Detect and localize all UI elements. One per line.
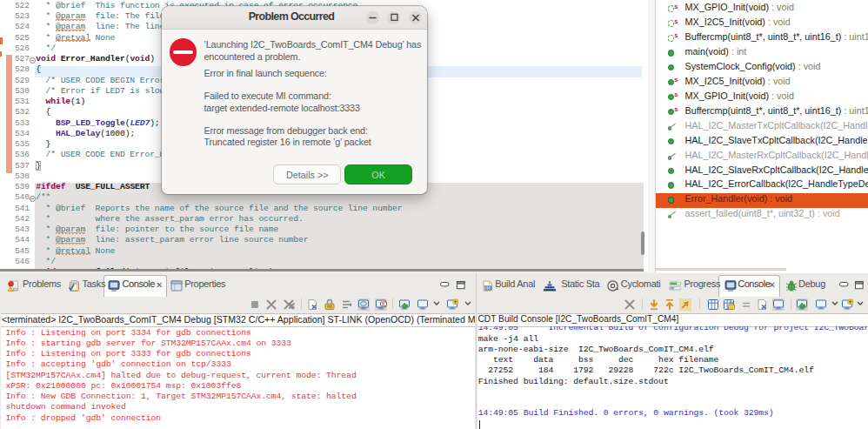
svg-text:010: 010 (484, 285, 491, 290)
